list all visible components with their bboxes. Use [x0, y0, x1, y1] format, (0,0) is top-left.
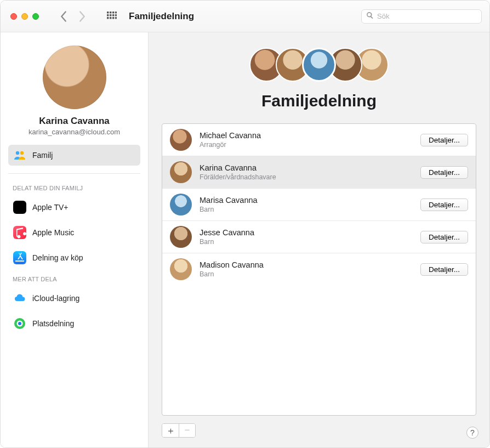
main-panel: Familjedelning Michael CavannaArrangörDe… [149, 32, 489, 447]
svg-rect-7 [115, 14, 117, 16]
member-avatar [170, 129, 192, 151]
sidebar-item-appletv[interactable]: Apple TV+ [8, 197, 140, 218]
svg-rect-9 [110, 17, 112, 19]
member-info: Jesse CavannaBarn [200, 228, 413, 246]
account-avatar[interactable] [43, 46, 106, 109]
details-button[interactable]: Detaljer... [420, 231, 468, 243]
sidebar: Karina Cavanna karina_cavanna@icloud.com… [1, 32, 149, 447]
search-input[interactable] [377, 12, 477, 20]
sidebar-section-more: Mer att dela [8, 273, 140, 283]
applemusic-icon [13, 225, 27, 240]
svg-rect-11 [115, 17, 117, 19]
all-preferences-icon[interactable] [107, 12, 117, 21]
account-profile: Karina Cavanna karina_cavanna@icloud.com [8, 42, 140, 140]
member-name: Marisa Cavanna [200, 196, 413, 205]
member-avatar [170, 194, 192, 216]
svg-rect-1 [110, 12, 112, 14]
member-row[interactable]: Jesse CavannaBarnDetaljer... [162, 220, 476, 253]
sidebar-item-purchases[interactable]: Delning av köp [8, 247, 140, 268]
member-info: Madison CavannaBarn [200, 260, 413, 278]
window-controls [8, 13, 39, 20]
hero: Familjedelning [162, 44, 476, 116]
main-heading: Familjedelning [261, 92, 377, 110]
sidebar-item-label: Apple TV+ [32, 203, 69, 212]
search-icon [366, 12, 374, 21]
zoom-window-button[interactable] [32, 13, 39, 20]
member-name: Karina Cavanna [200, 163, 413, 172]
member-avatar [170, 258, 192, 280]
sidebar-item-family[interactable]: Familj [8, 145, 140, 166]
hero-avatar [302, 48, 336, 82]
svg-rect-4 [107, 14, 109, 16]
svg-point-13 [20, 151, 24, 155]
family-icon [13, 148, 27, 162]
hero-avatars [249, 48, 389, 82]
account-email: karina_cavanna@icloud.com [8, 128, 140, 136]
member-info: Michael CavannaArrangör [200, 131, 413, 149]
member-info: Karina CavannaFörälder/vårdnadshavare [200, 163, 413, 181]
svg-rect-8 [107, 17, 109, 19]
member-row[interactable]: Marisa CavannaBarnDetaljer... [162, 188, 476, 220]
sidebar-item-label: Platsdelning [32, 319, 74, 328]
titlebar: Familjedelning [1, 1, 489, 32]
search-field[interactable] [361, 9, 482, 24]
member-role: Förälder/vårdnadshavare [200, 173, 413, 181]
member-role: Barn [200, 206, 413, 213]
sidebar-divider [8, 173, 140, 174]
member-role: Barn [200, 270, 413, 278]
details-button[interactable]: Detaljer... [420, 263, 468, 276]
member-name: Jesse Cavanna [200, 228, 413, 237]
member-row[interactable]: Michael CavannaArrangörDetaljer... [162, 124, 476, 156]
member-role: Arrangör [200, 141, 413, 149]
window-title: Familjedelning [129, 11, 194, 22]
add-member-button[interactable]: ＋ [162, 424, 179, 437]
sidebar-item-label: Apple Music [32, 228, 74, 237]
member-name: Michael Cavanna [200, 131, 413, 140]
content: Karina Cavanna karina_cavanna@icloud.com… [1, 32, 489, 447]
findmy-icon [13, 316, 27, 331]
help-button[interactable]: ? [466, 427, 478, 439]
details-button[interactable]: Detaljer... [420, 166, 468, 179]
svg-rect-0 [107, 12, 109, 14]
nav-buttons [60, 10, 86, 22]
account-name: Karina Cavanna [8, 116, 140, 127]
svg-point-16 [18, 322, 21, 325]
members-list: Michael CavannaArrangörDetaljer...Karina… [162, 123, 476, 416]
svg-rect-3 [115, 12, 117, 14]
member-role: Barn [200, 238, 413, 246]
member-row[interactable]: Karina CavannaFörälder/vårdnadshavareDet… [162, 156, 476, 188]
sidebar-item-label: Familj [32, 151, 53, 160]
member-avatar [170, 226, 192, 248]
sidebar-item-icloudstorage[interactable]: iCloud-lagring [8, 288, 140, 309]
sidebar-item-applemusic[interactable]: Apple Music [8, 222, 140, 243]
member-avatar [170, 161, 192, 183]
details-button[interactable]: Detaljer... [420, 199, 468, 211]
svg-rect-2 [112, 12, 115, 14]
icloud-icon [13, 291, 27, 305]
sidebar-item-label: iCloud-lagring [32, 294, 79, 303]
svg-rect-6 [112, 14, 115, 16]
minimize-window-button[interactable] [21, 13, 28, 20]
back-button[interactable] [60, 10, 67, 22]
forward-button[interactable] [78, 10, 86, 22]
member-name: Madison Cavanna [200, 260, 413, 269]
svg-rect-10 [112, 17, 115, 19]
sidebar-section-shared: Delat med din familj [8, 182, 140, 192]
appletv-icon [13, 200, 27, 214]
remove-member-button[interactable]: − [179, 424, 195, 437]
close-window-button[interactable] [10, 13, 17, 20]
sidebar-item-label: Delning av köp [32, 253, 83, 262]
appstore-icon [13, 251, 27, 265]
sidebar-item-locationsharing[interactable]: Platsdelning [8, 313, 140, 334]
svg-rect-5 [110, 14, 112, 16]
member-row[interactable]: Madison CavannaBarnDetaljer... [162, 253, 476, 285]
svg-point-12 [16, 151, 19, 155]
list-controls: ＋ − [162, 423, 196, 438]
member-info: Marisa CavannaBarn [200, 196, 413, 213]
details-button[interactable]: Detaljer... [420, 134, 468, 146]
